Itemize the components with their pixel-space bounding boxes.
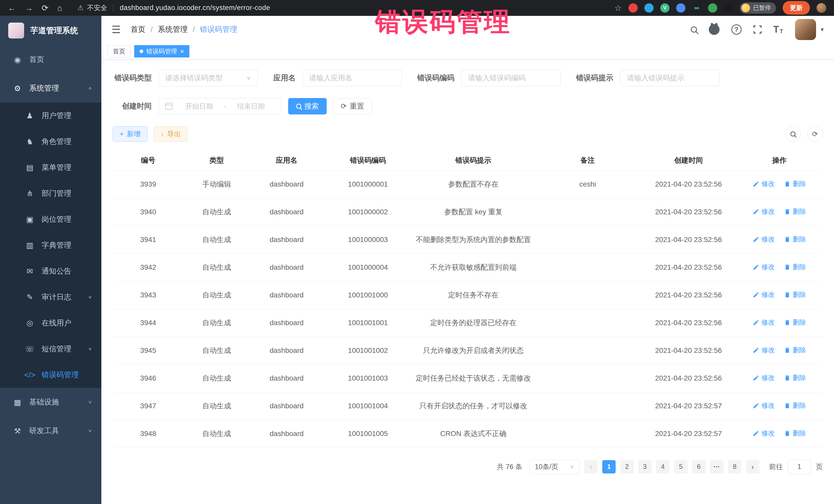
delete-link[interactable]: 删除 <box>784 373 806 382</box>
delete-link[interactable]: 删除 <box>784 207 806 216</box>
edit-link[interactable]: 修改 <box>753 207 775 216</box>
search-button[interactable]: 搜索 <box>288 98 327 114</box>
edit-link[interactable]: 修改 <box>753 401 775 410</box>
table-toolbar: + 新增 ↓ 导出 ⟳ <box>113 126 823 141</box>
sidebar-item[interactable]: ♟ 用户管理 <box>0 103 101 129</box>
delete-link[interactable]: 删除 <box>784 401 806 410</box>
edit-link[interactable]: 修改 <box>753 373 775 382</box>
extension-grid-icon[interactable] <box>676 3 685 13</box>
delete-link[interactable]: 删除 <box>784 235 806 244</box>
page-button[interactable]: 1 <box>602 460 616 474</box>
edit-link[interactable]: 修改 <box>753 263 775 271</box>
prev-page-button[interactable]: ‹ <box>584 460 598 474</box>
breadcrumb-system[interactable]: 系统管理 <box>158 24 188 35</box>
sidebar-item-label: 用户管理 <box>42 111 71 121</box>
edit-link[interactable]: 修改 <box>753 346 775 355</box>
help-icon[interactable]: ? <box>731 24 742 35</box>
page-button[interactable]: 6 <box>692 460 705 474</box>
next-page-button[interactable]: › <box>746 460 759 474</box>
app-name-input[interactable] <box>302 70 402 86</box>
delete-link[interactable]: 删除 <box>784 263 806 271</box>
sidebar-item[interactable]: ▣ 岗位管理 <box>0 206 101 232</box>
sidebar-item[interactable]: ☏ 短信管理 ∨ <box>0 336 101 362</box>
back-icon[interactable]: ← <box>8 4 16 12</box>
sidebar-item[interactable]: ◉ 首页 <box>0 45 101 74</box>
bookmark-star-icon[interactable]: ☆ <box>614 3 622 13</box>
forward-icon[interactable]: → <box>25 4 33 12</box>
edit-link[interactable]: 修改 <box>753 290 775 299</box>
edit-link[interactable]: 修改 <box>753 429 775 438</box>
reload-icon[interactable]: ⟳ <box>42 4 48 12</box>
font-size-icon[interactable]: T T <box>773 25 783 34</box>
table-row: 3939 手动编辑 dashboard 1001000001 参数配置不存在 c… <box>113 170 823 198</box>
search-icon[interactable] <box>691 26 697 32</box>
close-icon[interactable]: × <box>180 48 184 54</box>
address-bar[interactable]: ⚠ 不安全 dashboard.yudao.iocoder.cn/system/… <box>78 3 270 12</box>
tab[interactable]: 首页 × <box>108 45 131 58</box>
url-text[interactable]: dashboard.yudao.iocoder.cn/system/error-… <box>119 4 270 12</box>
export-button[interactable]: ↓ 导出 <box>154 126 188 141</box>
extension-puzzle-icon[interactable] <box>724 3 733 13</box>
extension-leaf-icon[interactable] <box>708 3 717 13</box>
sidebar-item[interactable]: ⋔ 部门管理 <box>0 180 101 206</box>
sidebar-item[interactable]: ⚙ 系统管理 ∧ <box>0 74 101 103</box>
home-icon[interactable]: ⌂ <box>57 4 62 12</box>
sidebar-item[interactable]: ◎ 在线用户 <box>0 310 101 336</box>
extension-on-icon[interactable]: on <box>692 3 701 13</box>
table-row: 3946 自动生成 dashboard 1001001003 定时任务已经处于该… <box>113 365 823 392</box>
sidebar-item[interactable]: ✉ 通知公告 <box>0 258 101 284</box>
hamburger-icon[interactable]: ☰ <box>112 24 121 36</box>
sidebar-item[interactable]: </> 错误码管理 <box>0 362 101 388</box>
date-range-picker[interactable]: 开始日期 - 结束日期 <box>158 98 282 114</box>
extension-red-icon[interactable] <box>629 3 638 13</box>
col-type: 类型 <box>184 150 250 170</box>
delete-link[interactable]: 删除 <box>784 346 806 355</box>
profile-avatar[interactable] <box>816 3 826 13</box>
breadcrumb-home[interactable]: 首页 <box>131 24 146 35</box>
app-shell: 芋道管理系统 ◉ 首页 ⚙ 系统管理 ∧ ♟ 用户管理 <box>0 16 834 504</box>
sidebar-item[interactable]: ✎ 审计日志 ∨ <box>0 284 101 310</box>
page-button[interactable]: 2 <box>620 460 634 474</box>
user-avatar[interactable] <box>795 19 816 40</box>
vue-devtools-icon[interactable]: V <box>660 3 670 13</box>
caret-down-icon[interactable]: ▾ <box>821 26 824 33</box>
error-msg-input[interactable] <box>620 70 720 86</box>
reset-button[interactable]: ⟳ 重置 <box>333 98 372 114</box>
tab[interactable]: 错误码管理 × <box>134 45 190 58</box>
error-type-select[interactable]: 请选择错误码类型 ∨ <box>158 70 258 86</box>
fullscreen-icon[interactable] <box>753 25 762 34</box>
edit-link[interactable]: 修改 <box>753 235 775 244</box>
page-button[interactable]: ••• <box>710 460 723 474</box>
goto-page-input[interactable] <box>788 460 811 474</box>
page-size-select[interactable]: 10条/页 ∨ <box>529 460 580 474</box>
edit-link[interactable]: 修改 <box>753 318 775 327</box>
delete-link[interactable]: 删除 <box>784 179 806 188</box>
main-area: ☰ 首页 / 系统管理 / 错误码管理 ? T T ▾ <box>101 16 834 504</box>
page-button[interactable]: 8 <box>728 460 741 474</box>
sidebar-item[interactable]: ⚒ 研发工具 ∨ <box>0 416 101 445</box>
edit-icon <box>753 402 759 409</box>
delete-icon <box>784 375 791 381</box>
search-toggle-button[interactable] <box>785 126 800 141</box>
sidebar-item[interactable]: ▤ 菜单管理 <box>0 154 101 180</box>
notice-icon: ✉ <box>24 267 36 276</box>
add-button[interactable]: + 新增 <box>113 126 148 141</box>
error-code-input[interactable] <box>461 70 561 86</box>
page-button[interactable]: 4 <box>656 460 670 474</box>
refresh-table-button[interactable]: ⟳ <box>807 126 823 141</box>
chevron-down-icon: ∨ <box>246 75 251 81</box>
delete-link[interactable]: 删除 <box>784 318 806 327</box>
page-button[interactable]: 5 <box>674 460 687 474</box>
app-logo[interactable]: 芋道管理系统 <box>0 16 101 45</box>
sidebar-item[interactable]: ▥ 字典管理 <box>0 232 101 258</box>
sidebar-item[interactable]: ▦ 基础设施 ∨ <box>0 388 101 416</box>
edit-link[interactable]: 修改 <box>753 179 775 188</box>
page-button[interactable]: 3 <box>638 460 652 474</box>
delete-link[interactable]: 删除 <box>784 290 806 299</box>
extension-pin-icon[interactable] <box>644 3 654 13</box>
paused-extension-badge[interactable]: 已暂停 <box>740 2 776 14</box>
github-icon[interactable] <box>709 24 720 35</box>
update-button[interactable]: 更新 <box>783 1 810 15</box>
sidebar-item[interactable]: ♞ 角色管理 <box>0 129 101 154</box>
delete-link[interactable]: 删除 <box>784 429 806 438</box>
